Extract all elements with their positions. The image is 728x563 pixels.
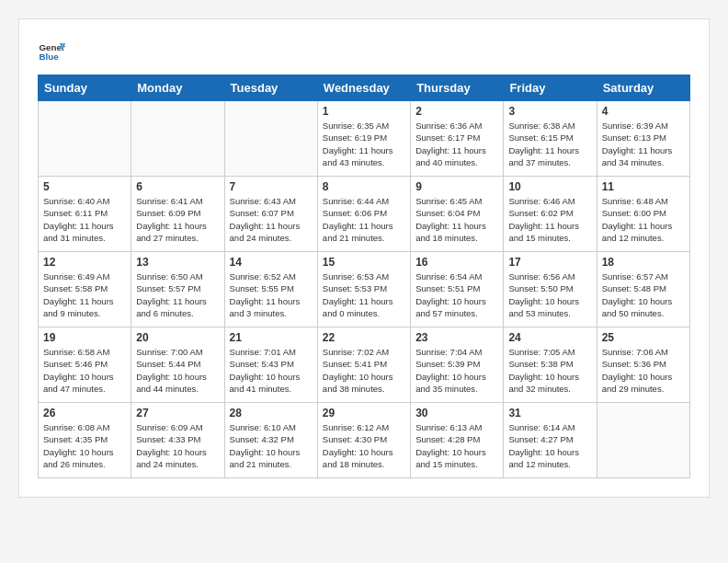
day-cell-8: 8Sunrise: 6:44 AM Sunset: 6:06 PM Daylig…: [317, 177, 410, 252]
day-number: 21: [230, 331, 313, 344]
day-number: 9: [415, 180, 498, 193]
day-cell-empty-4-6: [597, 403, 689, 478]
day-cell-23: 23Sunrise: 7:04 AM Sunset: 5:39 PM Dayli…: [411, 327, 504, 403]
day-cell-16: 16Sunrise: 6:54 AM Sunset: 5:51 PM Dayli…: [411, 252, 504, 327]
day-info: Sunrise: 6:52 AM Sunset: 5:55 PM Dayligh…: [230, 270, 313, 319]
day-number: 1: [323, 105, 405, 118]
day-number: 27: [136, 407, 219, 419]
day-number: 26: [43, 407, 126, 419]
calendar-header: General Blue: [38, 38, 690, 65]
day-info: Sunrise: 7:00 AM Sunset: 5:44 PM Dayligh…: [136, 346, 219, 395]
day-number: 31: [508, 407, 591, 419]
day-cell-1: 1Sunrise: 6:35 AM Sunset: 6:19 PM Daylig…: [317, 101, 410, 177]
day-cell-31: 31Sunrise: 6:14 AM Sunset: 4:27 PM Dayli…: [504, 403, 597, 478]
day-info: Sunrise: 6:41 AM Sunset: 6:09 PM Dayligh…: [136, 195, 219, 244]
day-info: Sunrise: 6:35 AM Sunset: 6:19 PM Dayligh…: [323, 120, 405, 168]
day-header-wednesday: Wednesday: [317, 75, 410, 101]
week-row-5: 26Sunrise: 6:08 AM Sunset: 4:35 PM Dayli…: [39, 403, 690, 478]
day-cell-29: 29Sunrise: 6:12 AM Sunset: 4:30 PM Dayli…: [317, 403, 410, 478]
day-info: Sunrise: 6:57 AM Sunset: 5:48 PM Dayligh…: [602, 270, 685, 319]
week-row-3: 12Sunrise: 6:49 AM Sunset: 5:58 PM Dayli…: [39, 252, 690, 327]
day-number: 22: [323, 331, 405, 344]
day-header-sunday: Sunday: [39, 75, 131, 101]
day-cell-18: 18Sunrise: 6:57 AM Sunset: 5:48 PM Dayli…: [597, 252, 689, 327]
day-cell-9: 9Sunrise: 6:45 AM Sunset: 6:04 PM Daylig…: [411, 177, 504, 252]
day-cell-3: 3Sunrise: 6:38 AM Sunset: 6:15 PM Daylig…: [504, 101, 597, 177]
day-info: Sunrise: 6:46 AM Sunset: 6:02 PM Dayligh…: [508, 195, 591, 244]
day-header-monday: Monday: [131, 75, 224, 101]
day-info: Sunrise: 6:58 AM Sunset: 5:46 PM Dayligh…: [43, 346, 126, 395]
day-cell-12: 12Sunrise: 6:49 AM Sunset: 5:58 PM Dayli…: [39, 252, 131, 327]
day-info: Sunrise: 6:38 AM Sunset: 6:15 PM Dayligh…: [508, 120, 591, 168]
day-cell-20: 20Sunrise: 7:00 AM Sunset: 5:44 PM Dayli…: [131, 327, 224, 403]
logo-icon: General Blue: [38, 38, 65, 65]
day-cell-17: 17Sunrise: 6:56 AM Sunset: 5:50 PM Dayli…: [504, 252, 597, 327]
day-info: Sunrise: 6:53 AM Sunset: 5:53 PM Dayligh…: [323, 270, 405, 319]
day-number: 28: [230, 407, 313, 419]
day-number: 29: [323, 407, 405, 419]
day-number: 15: [323, 256, 405, 269]
day-cell-27: 27Sunrise: 6:09 AM Sunset: 4:33 PM Dayli…: [131, 403, 224, 478]
day-cell-15: 15Sunrise: 6:53 AM Sunset: 5:53 PM Dayli…: [317, 252, 410, 327]
day-number: 7: [230, 180, 313, 193]
day-number: 25: [602, 331, 685, 344]
day-info: Sunrise: 6:36 AM Sunset: 6:17 PM Dayligh…: [415, 120, 498, 168]
day-cell-26: 26Sunrise: 6:08 AM Sunset: 4:35 PM Dayli…: [39, 403, 131, 478]
day-cell-5: 5Sunrise: 6:40 AM Sunset: 6:11 PM Daylig…: [39, 177, 131, 252]
day-number: 12: [43, 256, 126, 269]
day-info: Sunrise: 6:44 AM Sunset: 6:06 PM Dayligh…: [323, 195, 405, 244]
calendar-container: General Blue SundayMondayTuesdayWednesda…: [18, 18, 710, 498]
day-header-tuesday: Tuesday: [224, 75, 317, 101]
day-info: Sunrise: 6:09 AM Sunset: 4:33 PM Dayligh…: [136, 421, 219, 470]
day-info: Sunrise: 6:54 AM Sunset: 5:51 PM Dayligh…: [415, 270, 498, 319]
day-info: Sunrise: 6:10 AM Sunset: 4:32 PM Dayligh…: [230, 421, 313, 470]
day-number: 30: [415, 407, 498, 419]
day-info: Sunrise: 6:49 AM Sunset: 5:58 PM Dayligh…: [43, 270, 126, 319]
day-info: Sunrise: 6:08 AM Sunset: 4:35 PM Dayligh…: [43, 421, 126, 470]
day-number: 5: [43, 180, 126, 193]
week-row-4: 19Sunrise: 6:58 AM Sunset: 5:46 PM Dayli…: [39, 327, 690, 403]
day-header-thursday: Thursday: [411, 75, 504, 101]
day-cell-11: 11Sunrise: 6:48 AM Sunset: 6:00 PM Dayli…: [597, 177, 689, 252]
day-number: 24: [508, 331, 591, 344]
day-info: Sunrise: 6:45 AM Sunset: 6:04 PM Dayligh…: [415, 195, 498, 244]
day-number: 6: [136, 180, 219, 193]
day-number: 18: [602, 256, 685, 269]
week-row-2: 5Sunrise: 6:40 AM Sunset: 6:11 PM Daylig…: [39, 177, 690, 252]
day-number: 20: [136, 331, 219, 344]
day-info: Sunrise: 6:48 AM Sunset: 6:00 PM Dayligh…: [602, 195, 685, 244]
day-info: Sunrise: 7:01 AM Sunset: 5:43 PM Dayligh…: [230, 346, 313, 395]
day-number: 10: [508, 180, 591, 193]
day-header-saturday: Saturday: [597, 75, 689, 101]
day-number: 16: [415, 256, 498, 269]
day-number: 23: [415, 331, 498, 344]
day-info: Sunrise: 7:02 AM Sunset: 5:41 PM Dayligh…: [323, 346, 405, 395]
day-number: 11: [602, 180, 685, 193]
day-info: Sunrise: 6:14 AM Sunset: 4:27 PM Dayligh…: [508, 421, 591, 470]
day-cell-6: 6Sunrise: 6:41 AM Sunset: 6:09 PM Daylig…: [131, 177, 224, 252]
day-cell-empty-0-0: [39, 101, 131, 177]
svg-text:Blue: Blue: [40, 52, 60, 62]
day-cell-30: 30Sunrise: 6:13 AM Sunset: 4:28 PM Dayli…: [411, 403, 504, 478]
day-cell-28: 28Sunrise: 6:10 AM Sunset: 4:32 PM Dayli…: [224, 403, 317, 478]
day-cell-2: 2Sunrise: 6:36 AM Sunset: 6:17 PM Daylig…: [411, 101, 504, 177]
day-cell-21: 21Sunrise: 7:01 AM Sunset: 5:43 PM Dayli…: [224, 327, 317, 403]
week-row-1: 1Sunrise: 6:35 AM Sunset: 6:19 PM Daylig…: [39, 101, 690, 177]
day-info: Sunrise: 6:43 AM Sunset: 6:07 PM Dayligh…: [230, 195, 313, 244]
calendar-table: SundayMondayTuesdayWednesdayThursdayFrid…: [38, 75, 690, 478]
day-info: Sunrise: 7:06 AM Sunset: 5:36 PM Dayligh…: [602, 346, 685, 395]
day-number: 14: [230, 256, 313, 269]
day-info: Sunrise: 7:05 AM Sunset: 5:38 PM Dayligh…: [508, 346, 591, 395]
day-cell-7: 7Sunrise: 6:43 AM Sunset: 6:07 PM Daylig…: [224, 177, 317, 252]
day-cell-empty-0-1: [131, 101, 224, 177]
logo: General Blue: [38, 38, 65, 65]
day-cell-22: 22Sunrise: 7:02 AM Sunset: 5:41 PM Dayli…: [317, 327, 410, 403]
day-number: 13: [136, 256, 219, 269]
day-header-friday: Friday: [504, 75, 597, 101]
day-info: Sunrise: 6:12 AM Sunset: 4:30 PM Dayligh…: [323, 421, 405, 470]
day-info: Sunrise: 7:04 AM Sunset: 5:39 PM Dayligh…: [415, 346, 498, 395]
day-cell-25: 25Sunrise: 7:06 AM Sunset: 5:36 PM Dayli…: [597, 327, 689, 403]
day-number: 17: [508, 256, 591, 269]
day-cell-13: 13Sunrise: 6:50 AM Sunset: 5:57 PM Dayli…: [131, 252, 224, 327]
day-number: 2: [415, 105, 498, 118]
